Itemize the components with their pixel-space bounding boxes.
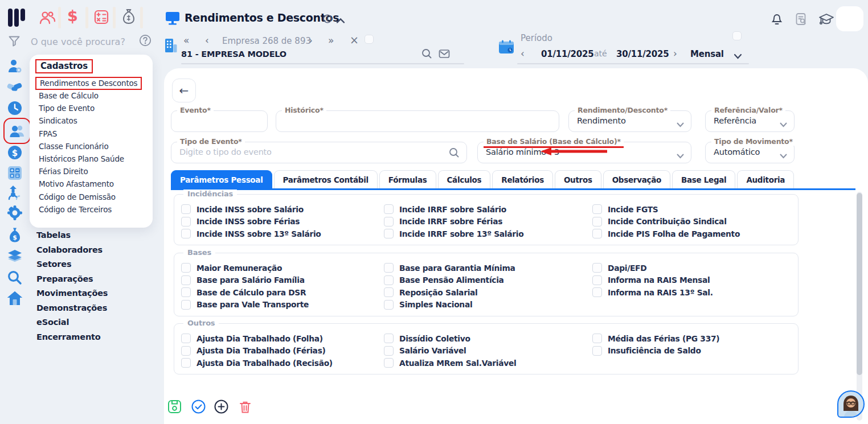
checkbox-row[interactable]: Simples Nacional: [384, 299, 515, 311]
period-frequency-select[interactable]: Mensal: [690, 49, 724, 59]
sidebar-handshake-icon[interactable]: [7, 80, 23, 96]
sidebar-group-item[interactable]: Movimentações: [36, 289, 108, 298]
submenu-item[interactable]: Tipo de Evento: [35, 103, 98, 114]
tipo-movimento-select[interactable]: Tipo de Movimento* Automático: [705, 142, 795, 163]
global-search-input[interactable]: O que você procura?: [31, 36, 125, 47]
checkbox[interactable]: [592, 204, 602, 214]
checkbox-row[interactable]: Incide INSS sobre Férias: [181, 216, 321, 228]
calculator-module-icon[interactable]: [93, 9, 109, 27]
checkbox-row[interactable]: Incide IRRF sobre Salário: [384, 203, 523, 216]
tab-4[interactable]: Relatórios: [492, 170, 553, 189]
submenu-item[interactable]: Classe Funcionário: [35, 141, 112, 152]
period-end-date[interactable]: 30/11/2025: [616, 49, 669, 59]
company-search-icon[interactable]: [421, 48, 432, 61]
checkbox[interactable]: [592, 334, 602, 343]
checkbox[interactable]: [181, 217, 191, 227]
checkbox-row[interactable]: Base para Vale Transporte: [181, 299, 309, 311]
period-checkbox[interactable]: [732, 31, 742, 40]
sidebar-group-item[interactable]: Encerramento: [36, 332, 101, 341]
checkbox[interactable]: [592, 217, 602, 227]
checkbox-row[interactable]: Atualiza MRem Sal.Variável: [384, 357, 516, 369]
add-button[interactable]: [214, 400, 228, 416]
submenu-item[interactable]: Férias Direito: [35, 166, 91, 177]
checkbox-row[interactable]: Incide INSS sobre Salário: [181, 203, 321, 216]
checkbox-row[interactable]: Incide INSS sobre 13º Salário: [181, 228, 321, 240]
referencia-valor-select[interactable]: Referência/Valor* Referência: [705, 110, 795, 132]
checkbox-row[interactable]: Incide FGTS: [592, 203, 740, 216]
checkbox[interactable]: [181, 346, 191, 356]
scrollbar-thumb[interactable]: [857, 193, 862, 375]
sidebar-promotion-icon[interactable]: [7, 184, 23, 200]
checkbox[interactable]: [384, 229, 394, 238]
checkbox-row[interactable]: Maior Remuneração: [181, 262, 309, 274]
submenu-item[interactable]: FPAS: [35, 129, 60, 139]
checkbox[interactable]: [181, 358, 191, 368]
submenu-item[interactable]: Código de Terceiros: [35, 204, 115, 215]
submenu-item[interactable]: Rendimentos e Descontos: [35, 77, 142, 90]
graduation-cap-icon[interactable]: [818, 13, 834, 28]
checkbox[interactable]: [592, 263, 602, 273]
checkbox[interactable]: [384, 300, 394, 310]
company-close-icon[interactable]: ×: [350, 34, 359, 46]
tab-2[interactable]: Fórmulas: [379, 170, 436, 189]
checkbox-row[interactable]: Ajusta Dia Trabalhado (Férias): [181, 345, 333, 357]
company-next-button[interactable]: ›: [309, 35, 313, 46]
save-button[interactable]: [167, 400, 182, 416]
checkbox[interactable]: [384, 204, 394, 214]
company-prev-button[interactable]: ‹: [205, 35, 209, 46]
info-icon[interactable]: [323, 14, 332, 26]
sidebar-moneybag-icon[interactable]: $: [7, 228, 23, 244]
sidebar-people-icon-active[interactable]: [5, 119, 30, 143]
checkbox-row[interactable]: Base Pensão Alimentícia: [384, 274, 515, 287]
sidebar-group-item[interactable]: Demonstrações: [36, 303, 107, 312]
tab-8[interactable]: Auditoria: [737, 170, 794, 189]
checkbox[interactable]: [592, 275, 602, 285]
checkbox[interactable]: [384, 334, 394, 343]
filter-icon[interactable]: [8, 35, 21, 50]
historico-field[interactable]: Histórico*: [276, 110, 559, 132]
checkbox-row[interactable]: Incide Contribuição Sindical: [592, 216, 740, 228]
checkbox-row[interactable]: Base de Cálculo para DSR: [181, 286, 309, 299]
period-next-button[interactable]: ›: [673, 48, 677, 59]
period-prev-button[interactable]: ‹: [521, 48, 525, 59]
checkbox-row[interactable]: Dapi/EFD: [592, 262, 713, 274]
document-search-icon[interactable]: [795, 13, 808, 28]
mail-icon[interactable]: [439, 49, 450, 61]
checkbox[interactable]: [592, 229, 602, 238]
bell-icon[interactable]: [771, 12, 783, 28]
checkbox[interactable]: [384, 263, 394, 273]
sidebar-group-item[interactable]: Preparações: [36, 274, 93, 283]
checkbox-row[interactable]: Insuficiência de Saldo: [592, 345, 719, 357]
checkbox[interactable]: [181, 204, 191, 214]
checkbox-row[interactable]: Informa na RAIS 13º Sal.: [592, 286, 713, 299]
checkbox-row[interactable]: Dissídio Coletivo: [384, 332, 516, 345]
submenu-item[interactable]: Sindicatos: [35, 116, 80, 126]
checkbox[interactable]: [181, 263, 191, 273]
tipo-evento-field[interactable]: Tipo de Evento* Digite o tipo do evento: [171, 142, 467, 163]
sidebar-gear-icon[interactable]: [7, 205, 23, 221]
moneybag-module-icon[interactable]: [121, 8, 137, 27]
checkbox-row[interactable]: Ajusta Dia Trabalhado (Folha): [181, 332, 333, 345]
help-icon[interactable]: [139, 34, 152, 49]
search-icon[interactable]: [449, 147, 460, 160]
checkbox[interactable]: [592, 346, 602, 356]
company-first-button[interactable]: «: [183, 35, 190, 46]
sidebar-group-item[interactable]: Setores: [36, 260, 71, 269]
sidebar-search-icon[interactable]: [7, 270, 23, 286]
tab-5[interactable]: Outros: [555, 170, 601, 189]
collapse-chevron-up-icon[interactable]: [336, 15, 345, 26]
sidebar-clock-icon[interactable]: [7, 100, 23, 116]
checkbox-row[interactable]: Base para Garantia Mínima: [384, 262, 515, 274]
rendimento-desconto-select[interactable]: Rendimento/Desconto* Rendimento: [568, 110, 691, 132]
checkbox-row[interactable]: Média das Férias (PG 337): [592, 332, 719, 345]
tab-0[interactable]: Parâmetros Pessoal: [171, 170, 272, 189]
sidebar-home-icon[interactable]: [7, 290, 23, 306]
checkbox[interactable]: [384, 275, 394, 285]
tab-6[interactable]: Observação: [603, 170, 670, 189]
checkbox-row[interactable]: Base para Salário Família: [181, 274, 309, 287]
checkbox-row[interactable]: Informa na RAIS Mensal: [592, 274, 713, 287]
sidebar-group-item[interactable]: Colaboradores: [36, 245, 103, 254]
sidebar-group-cadastros[interactable]: Cadastros: [35, 59, 93, 73]
evento-field[interactable]: Evento*: [171, 110, 268, 132]
checkbox[interactable]: [384, 346, 394, 356]
